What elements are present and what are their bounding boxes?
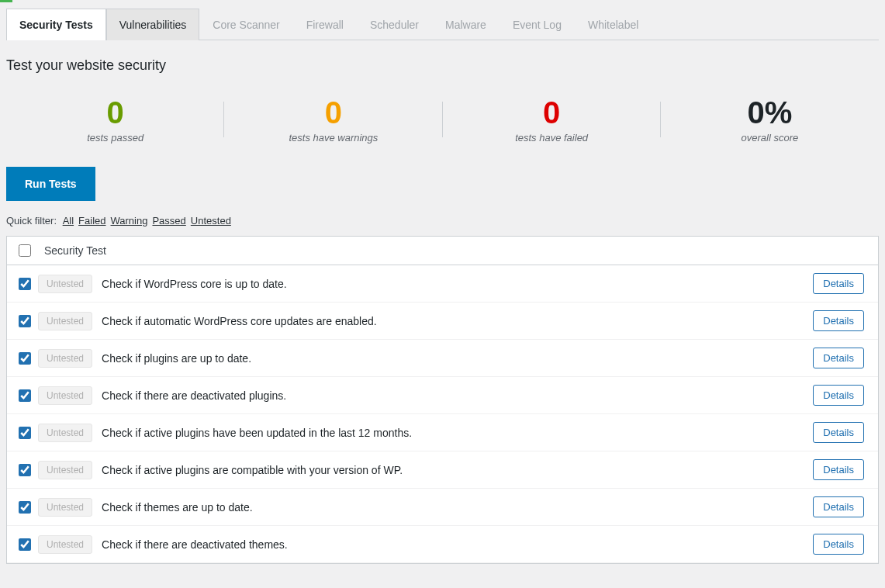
table-header: Security Test <box>7 237 878 265</box>
test-description: Check if themes are up to date. <box>102 501 813 514</box>
stat-score-value: 0% <box>661 95 879 130</box>
stat-score: 0% overall score <box>661 95 879 144</box>
status-badge: Untested <box>38 386 92 405</box>
details-button[interactable]: Details <box>813 534 864 555</box>
stat-warnings: 0 tests have warnings <box>224 95 442 144</box>
tab-scheduler[interactable]: Scheduler <box>357 9 432 40</box>
stat-warnings-label: tests have warnings <box>224 132 442 144</box>
table-row: UntestedCheck if active plugins have bee… <box>7 414 878 451</box>
table-header-label: Security Test <box>44 244 106 257</box>
tab-malware[interactable]: Malware <box>432 9 500 40</box>
tabs-bar: Security TestsVulnerabilitiesCore Scanne… <box>6 9 879 40</box>
stats-row: 0 tests passed 0 tests have warnings 0 t… <box>6 88 879 167</box>
row-checkbox[interactable] <box>19 538 31 551</box>
details-button[interactable]: Details <box>813 348 864 368</box>
status-badge: Untested <box>38 275 92 293</box>
row-checkbox[interactable] <box>19 389 31 402</box>
stat-passed-label: tests passed <box>6 132 224 144</box>
row-checkbox[interactable] <box>19 278 31 290</box>
status-badge: Untested <box>38 498 92 517</box>
table-row: UntestedCheck if there are deactivated t… <box>7 526 878 563</box>
table-row: UntestedCheck if plugins are up to date.… <box>7 340 878 377</box>
filter-link-untested[interactable]: Untested <box>191 215 231 227</box>
stat-passed: 0 tests passed <box>6 95 224 144</box>
row-checkbox[interactable] <box>19 464 31 476</box>
status-badge: Untested <box>38 461 92 479</box>
tab-firewall[interactable]: Firewall <box>293 9 357 40</box>
tab-whitelabel[interactable]: Whitelabel <box>575 9 652 40</box>
details-button[interactable]: Details <box>813 385 864 406</box>
test-description: Check if there are deactivated plugins. <box>102 389 813 402</box>
stat-passed-value: 0 <box>6 95 224 130</box>
stat-failed: 0 tests have failed <box>443 95 661 144</box>
test-description: Check if active plugins have been update… <box>102 427 813 439</box>
stat-warnings-value: 0 <box>224 95 442 130</box>
test-description: Check if automatic WordPress core update… <box>102 315 813 327</box>
table-row: UntestedCheck if automatic WordPress cor… <box>7 303 878 340</box>
filter-link-warning[interactable]: Warning <box>111 215 148 227</box>
select-all-checkbox[interactable] <box>19 244 31 257</box>
details-button[interactable]: Details <box>813 273 864 294</box>
quick-filter-label: Quick filter: <box>6 215 57 227</box>
page-heading: Test your website security <box>6 57 879 74</box>
table-row: UntestedCheck if there are deactivated p… <box>7 377 878 414</box>
filter-link-all[interactable]: All <box>63 215 74 227</box>
test-description: Check if active plugins are compatible w… <box>102 464 813 476</box>
row-checkbox[interactable] <box>19 352 31 365</box>
details-button[interactable]: Details <box>813 496 864 517</box>
row-checkbox[interactable] <box>19 501 31 514</box>
tab-event-log[interactable]: Event Log <box>500 9 575 40</box>
test-description: Check if plugins are up to date. <box>102 352 813 365</box>
status-badge: Untested <box>38 312 92 330</box>
run-tests-button[interactable]: Run Tests <box>6 167 95 201</box>
tab-vulnerabilities[interactable]: Vulnerabilities <box>106 9 200 40</box>
status-badge: Untested <box>38 535 92 554</box>
test-description: Check if WordPress core is up to date. <box>102 278 813 290</box>
details-button[interactable]: Details <box>813 310 864 331</box>
status-badge: Untested <box>38 424 92 442</box>
table-row: UntestedCheck if WordPress core is up to… <box>7 265 878 303</box>
stat-failed-value: 0 <box>443 95 661 130</box>
stat-failed-label: tests have failed <box>443 132 661 144</box>
tests-table: Security Test UntestedCheck if WordPress… <box>6 236 879 564</box>
status-badge: Untested <box>38 349 92 368</box>
table-row: UntestedCheck if active plugins are comp… <box>7 451 878 489</box>
test-description: Check if there are deactivated themes. <box>102 538 813 551</box>
filter-link-passed[interactable]: Passed <box>152 215 185 227</box>
row-checkbox[interactable] <box>19 427 31 439</box>
row-checkbox[interactable] <box>19 315 31 327</box>
stat-score-label: overall score <box>661 132 879 144</box>
quick-filter: Quick filter: AllFailedWarningPassedUnte… <box>6 215 879 227</box>
details-button[interactable]: Details <box>813 422 864 443</box>
tab-core-scanner[interactable]: Core Scanner <box>199 9 292 40</box>
filter-link-failed[interactable]: Failed <box>78 215 105 227</box>
details-button[interactable]: Details <box>813 459 864 480</box>
tab-security-tests[interactable]: Security Tests <box>6 9 106 40</box>
table-row: UntestedCheck if themes are up to date.D… <box>7 489 878 526</box>
